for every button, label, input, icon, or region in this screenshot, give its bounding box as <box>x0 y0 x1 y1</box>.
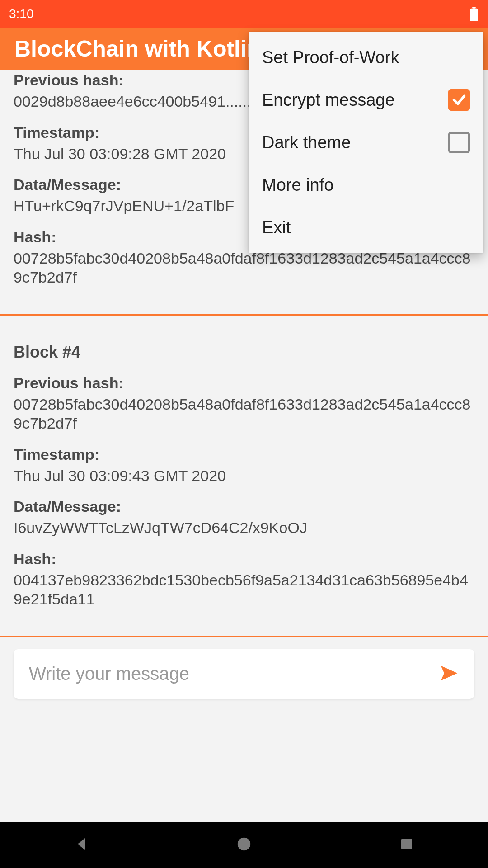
status-bar: 3:10 <box>0 0 488 28</box>
value-data-message: I6uvZyWWTTcLzWJqTW7cD64C2/x9KoOJ <box>14 518 474 538</box>
menu-item-label: More info <box>262 175 333 195</box>
svg-point-2 <box>238 838 251 851</box>
recent-icon <box>399 836 415 854</box>
compose-area <box>0 637 488 712</box>
overflow-menu: Set Proof-of-Work Encrypt message Dark t… <box>249 32 483 253</box>
menu-item-label: Set Proof-of-Work <box>262 48 399 67</box>
app-title: BlockChain with Kotlin <box>14 36 260 62</box>
label-hash: Hash: <box>14 550 474 568</box>
message-input[interactable] <box>29 664 436 684</box>
status-icons <box>469 7 479 21</box>
menu-item-label: Dark theme <box>262 133 351 152</box>
nav-recent-button[interactable] <box>393 831 420 859</box>
menu-item-exit[interactable]: Exit <box>249 206 483 249</box>
nav-home-button[interactable] <box>230 831 258 859</box>
back-icon <box>72 835 90 855</box>
compose-bar <box>14 649 474 699</box>
menu-item-dark-theme[interactable]: Dark theme <box>249 121 483 164</box>
home-icon <box>235 835 253 854</box>
block-title: Block #4 <box>14 343 474 362</box>
menu-item-proof-of-work[interactable]: Set Proof-of-Work <box>249 36 483 79</box>
battery-icon <box>469 7 479 21</box>
value-timestamp: Thu Jul 30 03:09:43 GMT 2020 <box>14 466 474 486</box>
menu-item-label: Exit <box>262 218 291 237</box>
block-card: Block #4 Previous hash: 00728b5fabc30d40… <box>0 316 488 636</box>
device-screen: 3:10 BlockChain with Kotlin Previous has… <box>0 0 488 868</box>
value-hash: 00728b5fabc30d40208b5a48a0fdaf8f1633d128… <box>14 249 474 287</box>
svg-rect-1 <box>470 9 478 21</box>
field-previous-hash: Previous hash: 00728b5fabc30d40208b5a48a… <box>14 374 474 433</box>
field-data-message: Data/Message: I6uvZyWWTTcLzWJqTW7cD64C2/… <box>14 498 474 538</box>
svg-rect-3 <box>401 839 412 849</box>
checkbox-unchecked-icon <box>448 132 470 153</box>
checkbox-checked-icon <box>448 89 470 111</box>
svg-rect-0 <box>472 7 475 9</box>
field-hash: Hash: 004137eb9823362bdc1530becb56f9a5a2… <box>14 550 474 609</box>
label-timestamp: Timestamp: <box>14 446 474 463</box>
status-time: 3:10 <box>9 7 34 21</box>
value-hash: 004137eb9823362bdc1530becb56f9a5a2134d31… <box>14 571 474 609</box>
label-previous-hash: Previous hash: <box>14 374 474 392</box>
menu-item-more-info[interactable]: More info <box>249 164 483 206</box>
label-data-message: Data/Message: <box>14 498 474 515</box>
send-button[interactable] <box>436 660 463 688</box>
send-icon <box>438 663 460 685</box>
menu-item-label: Encrypt message <box>262 90 395 110</box>
value-previous-hash: 00728b5fabc30d40208b5a48a0fdaf8f1633d128… <box>14 395 474 433</box>
field-timestamp: Timestamp: Thu Jul 30 03:09:43 GMT 2020 <box>14 446 474 486</box>
system-nav-bar <box>0 822 488 868</box>
menu-item-encrypt-message[interactable]: Encrypt message <box>249 79 483 121</box>
nav-back-button[interactable] <box>68 831 95 859</box>
